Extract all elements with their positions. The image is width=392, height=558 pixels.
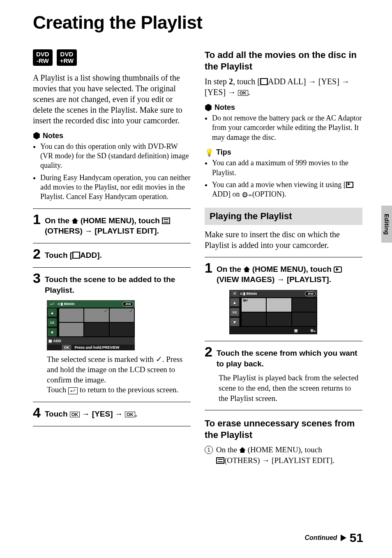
step-text: On the (HOME MENU), touch (VIEW IMAGES) …	[217, 261, 362, 285]
home-icon	[243, 266, 250, 272]
notes-heading: Notes	[33, 132, 191, 140]
continued-label: Continued	[305, 534, 337, 542]
section-playing-playlist: Playing the Playlist	[205, 208, 362, 225]
separator	[205, 341, 362, 341]
disc-type-indicator: -RW	[122, 302, 133, 306]
home-icon	[71, 218, 78, 224]
subheading-erase: To erase unnecessary scenes from the Pla…	[205, 418, 362, 440]
step-text: On the (HOME MENU), touch (OTHERS) → [PL…	[45, 212, 191, 236]
continued-arrow-icon	[341, 535, 346, 541]
separator	[33, 402, 191, 402]
scroll-down-button[interactable]: ▼	[48, 328, 57, 336]
tips-heading: 💡 Tips	[205, 148, 362, 157]
separator	[33, 243, 191, 243]
page-number: 51	[350, 531, 363, 545]
note-item: Do not remove the battery pack or the AC…	[212, 113, 362, 142]
tips-list: You can add a maximum of 999 movies to t…	[205, 158, 362, 200]
playing-intro: Make sure to insert the disc on which th…	[205, 229, 362, 250]
battery-indicator: ⊂▮ 60min	[240, 292, 257, 296]
thumbnail[interactable]	[267, 298, 291, 312]
option-icon: ⚙	[242, 190, 248, 200]
page-title: Creating the Playlist	[33, 12, 363, 33]
film-icon	[260, 78, 268, 85]
step-text: Touch the scene from which you want to p…	[217, 345, 362, 369]
note-item: During Easy Handycam operation, you can …	[40, 173, 191, 202]
others-icon	[216, 457, 224, 464]
ok-icon: OK	[125, 412, 135, 417]
step-text: Touch [ADD].	[45, 247, 102, 261]
separator	[33, 426, 191, 426]
step-number: 1	[33, 212, 41, 226]
erase-step-1: 1 On the (HOME MENU), touch (OTHERS) → […	[205, 445, 362, 465]
thumbnail[interactable]	[59, 323, 83, 336]
separator	[33, 208, 191, 209]
step-number: 3	[33, 271, 41, 285]
tip-item: You can add a movie when viewing it usin…	[212, 180, 362, 200]
play-step-2: 2 Touch the scene from which you want to…	[205, 345, 362, 369]
step-number: 2	[205, 345, 212, 359]
separator	[205, 410, 362, 410]
page-indicator: 1/1	[48, 318, 57, 326]
thumbnail[interactable]: I▶I	[242, 298, 266, 312]
thumbnail-empty	[242, 313, 266, 326]
badge-dvd-rw: DVD-RW	[33, 49, 53, 66]
notes-list-left: You can do this operation only with DVD-…	[33, 142, 191, 202]
return-icon: ⮐	[68, 387, 78, 394]
step-text: Touch OK → [YES] → OK.	[45, 405, 137, 419]
page-footer: Continued 51	[305, 531, 363, 545]
step-3: 3 Touch the scene to be added to the Pla…	[33, 271, 191, 295]
check-icon: ✓	[156, 355, 162, 364]
scroll-down-button[interactable]: ▼	[230, 318, 239, 326]
add-label: ▦ ADD	[48, 339, 61, 343]
left-column: DVD-RW DVD+RW A Playlist is a list showi…	[33, 49, 191, 468]
others-icon	[162, 218, 170, 224]
thumbnail[interactable]: ✓	[110, 308, 134, 322]
step-number: 1	[205, 261, 212, 275]
step-1: 1 On the (HOME MENU), touch (OTHERS) → […	[33, 212, 191, 236]
add-all-paragraph: In step 2, touch [ADD ALL] → [YES] → [YE…	[205, 76, 362, 97]
disc-type-indicator: -RW	[305, 292, 316, 296]
tip-item: You can add a maximum of 999 movies to t…	[212, 158, 362, 178]
step-4: 4 Touch OK → [YES] → OK.	[33, 405, 191, 419]
ok-button[interactable]: OK	[62, 345, 71, 350]
separator	[33, 267, 191, 268]
thumbnail[interactable]	[59, 308, 83, 322]
close-icon[interactable]: ✕	[231, 291, 238, 296]
option-icon[interactable]: ⚙₌	[310, 329, 316, 333]
lcd-screenshot-playlist: ✕ ⊂▮ 60min -RW ▲ 1/1 ▼ I▶I	[229, 290, 317, 334]
thumbnail[interactable]: ✓	[84, 308, 108, 322]
note-item: You can do this operation only with DVD-…	[40, 142, 191, 171]
subheading-add-all: To add all the movies on the disc in the…	[205, 49, 362, 72]
add-movie-icon	[346, 182, 353, 188]
thumbnail-empty	[84, 323, 108, 336]
notes-list-right: Do not remove the battery pack or the AC…	[205, 113, 362, 142]
step-number: 2	[33, 247, 41, 261]
intro-paragraph: A Playlist is a list showing thumbnails …	[33, 72, 191, 126]
scroll-up-button[interactable]: ▲	[48, 308, 57, 317]
home-icon	[239, 447, 246, 453]
notes-heading: Notes	[205, 103, 362, 112]
circled-number-icon: 1	[205, 446, 213, 454]
ok-icon: OK	[238, 90, 248, 96]
film-icon	[72, 252, 80, 259]
lcd-screenshot-add: ⮐ ⊂▮ 60min -RW ▲ 1/1 ▼ ✓ ✓	[47, 300, 135, 350]
play-icon	[334, 266, 342, 273]
disc-badges: DVD-RW DVD+RW	[33, 49, 191, 66]
separator	[205, 257, 362, 257]
step-number: 4	[33, 405, 41, 419]
return-icon[interactable]: ⮐	[48, 301, 56, 307]
right-column: To add all the movies on the disc in the…	[205, 49, 362, 468]
play-step-1: 1 On the (HOME MENU), touch (VIEW IMAGES…	[205, 261, 362, 285]
play-step-2-body: The Playlist is played back from the sel…	[219, 373, 362, 403]
hint-text: Press and hold:PREVIEW	[74, 345, 119, 350]
thumbnail-empty	[292, 313, 316, 326]
scroll-up-button[interactable]: ▲	[230, 298, 239, 306]
ok-icon: OK	[70, 412, 80, 417]
battery-indicator: ⊂▮ 60min	[58, 302, 75, 306]
thumbnail-empty	[292, 298, 316, 312]
badge-dvd-plus-rw: DVD+RW	[57, 49, 77, 66]
side-tab-editing: Editing	[381, 206, 392, 243]
page-indicator: 1/1	[230, 308, 239, 316]
playlist-icon[interactable]: ▤	[294, 329, 298, 333]
thumbnail-empty	[110, 323, 134, 336]
